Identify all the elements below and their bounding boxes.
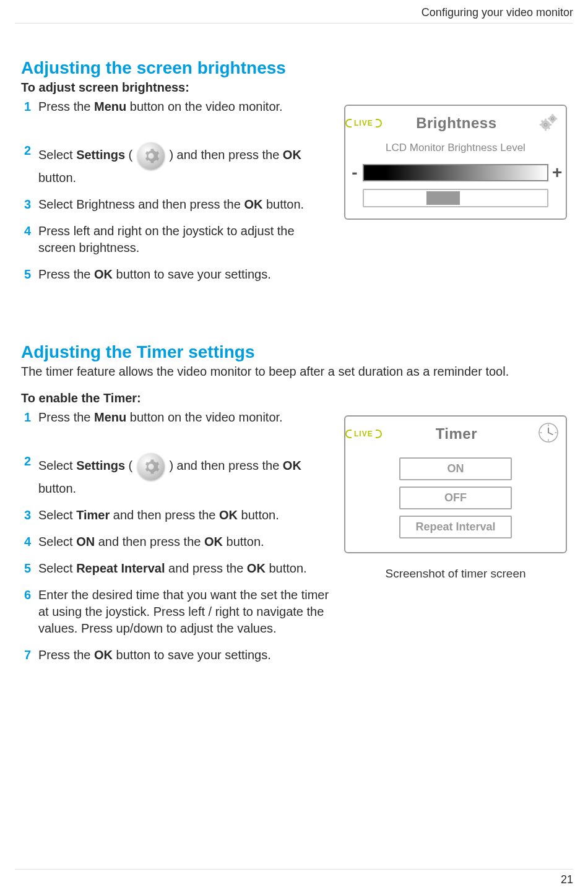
step: Press the Menu button on the video monit…	[21, 98, 334, 132]
page-number: 21	[561, 873, 573, 886]
live-badge: LIVE	[352, 426, 376, 442]
timer-on-button: ON	[399, 457, 512, 480]
section-title-timer: Adjusting the Timer settings	[21, 342, 567, 362]
section-title-brightness: Adjusting the screen brightness	[21, 58, 567, 78]
slider-thumb	[426, 191, 460, 205]
step: Press the OK button to save your setting…	[21, 647, 334, 664]
live-badge: LIVE	[352, 115, 376, 131]
steps-brightness: Press the Menu button on the video monit…	[21, 98, 334, 283]
timer-off-button: OFF	[399, 486, 512, 509]
step: Select Brightness and then press the OK …	[21, 196, 334, 213]
page-header: Configuring your video monitor	[15, 0, 573, 24]
step: Press left and right on the joystick to …	[21, 223, 334, 256]
gears-icon	[537, 111, 560, 136]
subhead-timer: To enable the Timer:	[21, 391, 567, 405]
step: Select Settings ( ) and then press the O…	[21, 453, 334, 497]
page-footer: 21	[15, 869, 573, 886]
timer-ui-mock: LIVE Timer ON OFF Repeat Interval	[344, 415, 567, 553]
subhead-brightness: To adjust screen brightness:	[21, 80, 567, 95]
step: Press the OK button to save your setting…	[21, 266, 334, 283]
step: Select Settings ( ) and then press the O…	[21, 142, 334, 186]
steps-timer: Press the Menu button on the video monit…	[21, 409, 334, 664]
timer-caption: Screenshot of timer screen	[344, 567, 567, 581]
timer-repeat-button: Repeat Interval	[399, 516, 512, 538]
step: Select Repeat Interval and press the OK …	[21, 560, 334, 577]
ui-subtitle: LCD Monitor Brightness Level	[345, 142, 566, 154]
breadcrumb: Configuring your video monitor	[422, 6, 573, 19]
ui-title: Brightness	[381, 115, 532, 132]
ui-title: Timer	[381, 425, 532, 443]
step: Select ON and then press the OK button.	[21, 534, 334, 550]
minus-icon: -	[350, 163, 359, 183]
brightness-ui-mock: LIVE Brightness LCD Monitor Brightness L…	[344, 105, 567, 220]
clock-icon	[537, 422, 560, 446]
step: Select Timer and then press the OK butto…	[21, 507, 334, 524]
timer-intro: The timer feature allows the video monit…	[21, 365, 567, 379]
brightness-gradient	[363, 164, 548, 181]
plus-icon: +	[552, 163, 561, 183]
settings-gear-icon	[137, 142, 165, 170]
settings-gear-icon	[137, 453, 165, 480]
step: Enter the desired time that you want the…	[21, 587, 334, 637]
brightness-slider	[363, 189, 548, 207]
step: Press the Menu button on the video monit…	[21, 409, 334, 443]
